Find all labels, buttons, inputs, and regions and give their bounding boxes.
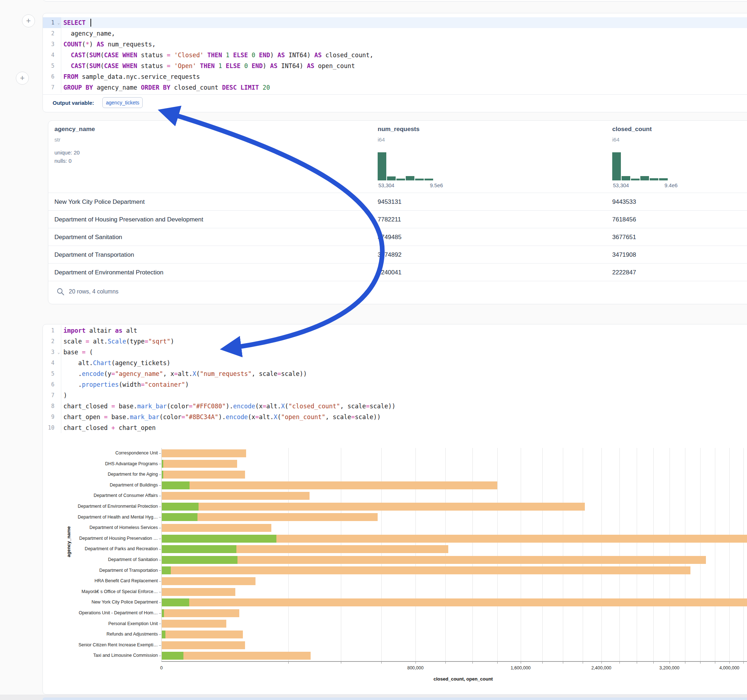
line-number[interactable]: 7	[43, 390, 61, 401]
table-row[interactable]: New York City Police Department945313194…	[48, 193, 747, 211]
bar-closed-count	[162, 460, 237, 468]
table-cell: 3749485	[378, 228, 401, 246]
code-line[interactable]: 2scale = alt.Scale(type="sqrt")	[43, 336, 747, 347]
y-category-label: Operations Unit - Department of Hom…	[50, 608, 158, 619]
y-category-label: Department of Consumer Affairs	[50, 490, 158, 501]
x-tick	[341, 661, 341, 664]
table-cell: 2240041	[378, 264, 401, 281]
line-number[interactable]: 3	[43, 39, 61, 50]
line-number[interactable]: 10	[43, 422, 61, 433]
line-number[interactable]: 6	[43, 71, 61, 82]
x-tick	[288, 661, 289, 664]
table-cell: 7618456	[612, 211, 636, 228]
code-text: CAST(SUM(CASE WHEN status = 'Closed' THE…	[64, 50, 374, 60]
table-row[interactable]: Department of Transportation377489234719…	[48, 246, 747, 264]
line-number[interactable]: 9	[43, 412, 61, 422]
y-tick	[159, 507, 161, 507]
histogram-bar	[612, 152, 621, 180]
x-tick	[685, 661, 685, 664]
code-line[interactable]: 1⌄SELECT	[43, 17, 747, 28]
code-text: CAST(SUM(CASE WHEN status = 'Open' THEN …	[64, 60, 355, 71]
code-line[interactable]: 1import altair as alt	[43, 325, 747, 336]
code-line[interactable]: 6 .properties(width="container")	[43, 379, 747, 390]
x-tick-label: 3,200,000	[648, 665, 691, 670]
bar-open-count	[162, 652, 183, 660]
y-tick	[159, 592, 161, 592]
column-header[interactable]: closed_count	[612, 126, 652, 133]
line-number[interactable]: 5	[43, 368, 61, 379]
gridline	[563, 448, 563, 661]
python-code-editor[interactable]: 1import altair as alt2scale = alt.Scale(…	[43, 325, 747, 433]
code-text: COUNT(*) AS num_requests,	[64, 39, 156, 50]
table-row[interactable]: Department of Environmental Protection22…	[48, 263, 747, 281]
code-line[interactable]: 2 agency_name,	[43, 28, 747, 39]
code-line[interactable]: 4 CAST(SUM(CASE WHEN status = 'Closed' T…	[43, 50, 747, 60]
line-number[interactable]: 8	[43, 401, 61, 412]
code-text: GROUP BY agency_name ORDER BY closed_cou…	[64, 82, 270, 93]
code-line[interactable]: 4 alt.Chart(agency_tickets)	[43, 358, 747, 368]
table-row[interactable]: Department of Sanitation37494853677651	[48, 228, 747, 246]
code-text: .properties(width="container")	[64, 379, 189, 390]
column-stat: unique: 20	[54, 149, 80, 155]
sql-code-editor[interactable]: 1⌄SELECT 2 agency_name,3COUNT(*) AS num_…	[43, 17, 747, 93]
y-tick	[159, 602, 161, 603]
column-stat: nulls: 0	[54, 158, 72, 164]
code-line[interactable]: 3COUNT(*) AS num_requests,	[43, 39, 747, 50]
line-number[interactable]: 3⌄	[43, 347, 61, 358]
code-line[interactable]: 7)	[43, 390, 747, 401]
column-header[interactable]: agency_name	[54, 126, 95, 133]
code-line[interactable]: 8chart_closed = base.mark_bar(color="#FF…	[43, 401, 747, 412]
code-line[interactable]: 5 CAST(SUM(CASE WHEN status = 'Open' THE…	[43, 60, 747, 71]
add-cell-button-top[interactable]: +	[22, 14, 35, 27]
gridline	[602, 448, 602, 661]
line-number[interactable]: 1⌄	[43, 17, 61, 28]
column-histogram	[378, 152, 435, 180]
fold-chevron-icon[interactable]: ⌄	[57, 18, 60, 29]
add-cell-button-middle[interactable]: +	[16, 72, 29, 84]
code-line[interactable]: 5 .encode(y="agency_name", x=alt.X("num_…	[43, 368, 747, 379]
column-type: i64	[378, 136, 385, 143]
bar-open-count	[162, 556, 237, 564]
code-line[interactable]: 10chart_closed + chart_open	[43, 422, 747, 433]
fold-chevron-icon[interactable]: ⌄	[57, 347, 60, 358]
sql-cell[interactable]: 1⌄SELECT 2 agency_name,3COUNT(*) AS num_…	[42, 13, 747, 112]
result-table: agency_namestrunique: 20nulls: 0num_requ…	[48, 120, 747, 304]
previous-cell-bottom-edge	[42, 0, 747, 2]
line-number[interactable]: 4	[43, 358, 61, 368]
bar-open-count	[162, 545, 236, 553]
line-number[interactable]: 6	[43, 379, 61, 390]
search-icon[interactable]	[56, 287, 65, 296]
y-tick	[159, 624, 161, 624]
bar-closed-count	[162, 481, 497, 489]
line-number[interactable]: 2	[43, 28, 61, 39]
histogram-max-label: 9.4e6	[664, 183, 677, 188]
altair-bar-chart: Correspondence UnitDHS Advantage Program…	[43, 440, 747, 692]
code-line[interactable]: 3⌄base = (	[43, 347, 747, 358]
code-line[interactable]: 9chart_open = base.mark_bar(color="#8BC3…	[43, 412, 747, 422]
line-number[interactable]: 7	[43, 82, 61, 93]
bar-closed-count	[162, 599, 747, 606]
column-header[interactable]: num_requests	[378, 126, 419, 133]
x-tick	[653, 661, 654, 664]
gutter-separator	[61, 17, 61, 93]
line-number[interactable]: 1	[43, 325, 61, 336]
table-cell: New York City Police Department	[54, 193, 145, 211]
table-cell: 3774892	[378, 246, 401, 264]
table-row[interactable]: Department of Housing Preservation and D…	[48, 210, 747, 228]
line-number[interactable]: 2	[43, 336, 61, 347]
histogram-min-label: 53,304	[378, 183, 394, 188]
histogram-bar	[406, 176, 414, 180]
table-cell: 9443533	[612, 193, 636, 211]
output-variable-pill[interactable]: agency_tickets	[102, 97, 143, 108]
bar-open-count	[162, 609, 164, 617]
gridline	[637, 448, 637, 661]
y-tick	[159, 539, 161, 539]
x-axis-line	[162, 661, 747, 662]
y-category-label: Department of Buildings	[50, 480, 158, 491]
line-number[interactable]: 5	[43, 60, 61, 71]
python-cell[interactable]: 1import altair as alt2scale = alt.Scale(…	[42, 324, 747, 695]
gridline	[288, 448, 289, 661]
code-line[interactable]: 6FROM sample_data.nyc.service_requests	[43, 71, 747, 82]
code-line[interactable]: 7GROUP BY agency_name ORDER BY closed_co…	[43, 82, 747, 93]
line-number[interactable]: 4	[43, 50, 61, 60]
